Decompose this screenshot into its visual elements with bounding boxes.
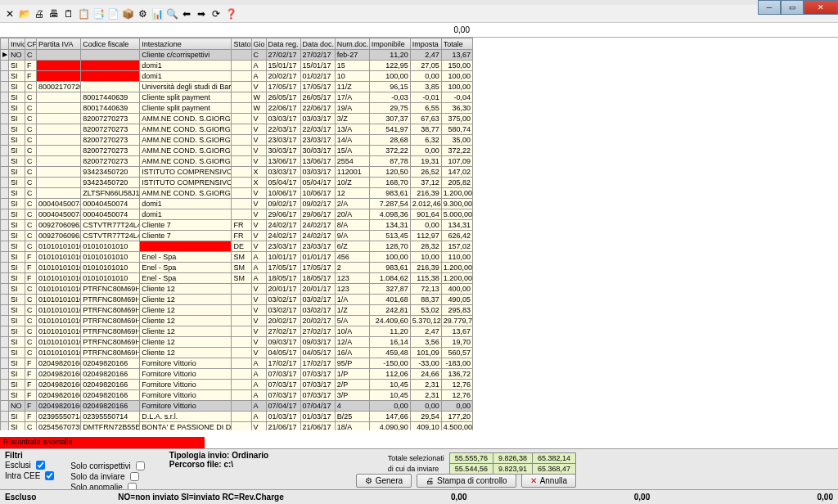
cell-fc[interactable]: PTRFNC80M69H2240: [81, 337, 140, 348]
cell-fc[interactable]: 01010101010: [81, 252, 140, 263]
cell-tax[interactable]: 115,38: [410, 273, 441, 284]
cell-fc[interactable]: PTRFNC80M69H2240: [81, 326, 140, 337]
cell-fc[interactable]: PTRFNC80M69H2240: [81, 305, 140, 316]
cell-tax[interactable]: 6,32: [410, 135, 441, 146]
cell-cf[interactable]: C: [25, 114, 37, 124]
cell-inv[interactable]: SI: [9, 326, 25, 337]
cell-fc[interactable]: 02049820166: [81, 369, 140, 380]
cell-inv[interactable]: SI: [9, 167, 25, 178]
cell-pi[interactable]: 80002170720: [37, 82, 81, 92]
cell-pi[interactable]: 02545670735: [37, 422, 81, 431]
cell-dr[interactable]: 15/01/17: [266, 61, 300, 71]
cell-tot[interactable]: 0,00: [441, 401, 472, 412]
cell-tot[interactable]: 12,76: [441, 390, 472, 401]
cell-nd[interactable]: 5/A: [335, 316, 369, 326]
cell-dd[interactable]: 01/02/17: [300, 71, 335, 82]
cell-int[interactable]: AMM.NE COND. S.GIORGIO vit: [140, 146, 232, 156]
cell-dr[interactable]: 22/06/17: [266, 103, 300, 114]
cell-dr[interactable]: 20/02/17: [266, 71, 300, 82]
row-indicator[interactable]: [1, 156, 9, 167]
col-header[interactable]: [1, 38, 9, 50]
cell-st[interactable]: [232, 295, 251, 305]
cell-st[interactable]: [232, 358, 251, 369]
row-indicator[interactable]: [1, 380, 9, 390]
cell-tax[interactable]: 19,31: [410, 156, 441, 167]
cell-dr[interactable]: 07/03/17: [266, 390, 300, 401]
cell-cf[interactable]: C: [25, 156, 37, 167]
cell-fc[interactable]: [81, 61, 140, 71]
row-indicator[interactable]: [1, 369, 9, 380]
cell-st[interactable]: [232, 316, 251, 326]
cell-cf[interactable]: C: [25, 103, 37, 114]
row-indicator[interactable]: [1, 114, 9, 124]
cell-imp[interactable]: -0,03: [369, 92, 410, 103]
cell-int[interactable]: Università degli studi di Bari: [140, 82, 232, 92]
cell-dd[interactable]: 22/06/17: [300, 103, 335, 114]
cell-inv[interactable]: SI: [9, 337, 25, 348]
row-indicator[interactable]: [1, 241, 9, 252]
cell-imp[interactable]: 10,45: [369, 390, 410, 401]
row-indicator[interactable]: [1, 326, 9, 337]
cell-tot[interactable]: 1.200,00: [441, 188, 472, 199]
cell-pi[interactable]: 02049820166: [37, 390, 81, 401]
cell-nd[interactable]: 4: [335, 401, 369, 412]
col-header[interactable]: Gio: [251, 38, 266, 50]
cell-int[interactable]: ISTITUTO COMPRENSIVO - S.D. SAVIO: [140, 167, 232, 178]
row-indicator[interactable]: [1, 412, 9, 422]
cell-pi[interactable]: [37, 167, 81, 178]
cell-dr[interactable]: 17/02/17: [266, 358, 300, 369]
cell-st[interactable]: [232, 92, 251, 103]
cell-inv[interactable]: SI: [9, 61, 25, 71]
cell-dd[interactable]: 10/06/17: [300, 188, 335, 199]
cell-cf[interactable]: C: [25, 348, 37, 358]
cell-pi[interactable]: 02049820166: [37, 401, 81, 412]
cell-g[interactable]: V: [251, 231, 266, 241]
cell-pi[interactable]: [37, 103, 81, 114]
cell-cf[interactable]: C: [25, 146, 37, 156]
cell-fc[interactable]: 01010101010: [81, 241, 140, 252]
cell-pi[interactable]: 01010101010: [37, 241, 81, 252]
cell-nd[interactable]: 14/A: [335, 135, 369, 146]
row-indicator[interactable]: [1, 124, 9, 135]
cell-pi[interactable]: 00040450074: [37, 199, 81, 209]
cell-g[interactable]: V: [251, 305, 266, 316]
cell-pi[interactable]: [37, 146, 81, 156]
row-indicator[interactable]: [1, 348, 9, 358]
cell-dd[interactable]: 01/01/17: [300, 252, 335, 263]
cell-g[interactable]: V: [251, 316, 266, 326]
cell-cf[interactable]: F: [25, 380, 37, 390]
cell-st[interactable]: SM: [232, 252, 251, 263]
cell-dd[interactable]: 23/03/17: [300, 135, 335, 146]
cell-imp[interactable]: 147,66: [369, 412, 410, 422]
cell-dr[interactable]: 18/05/17: [266, 273, 300, 284]
cell-inv[interactable]: SI: [9, 178, 25, 188]
cell-nd[interactable]: 15: [335, 61, 369, 71]
cell-nd[interactable]: 2: [335, 263, 369, 273]
cell-int[interactable]: Cliente 12: [140, 326, 232, 337]
cell-fc[interactable]: 80017440639: [81, 103, 140, 114]
cell-pi[interactable]: 01010101010: [37, 273, 81, 284]
cell-tot[interactable]: 134,31: [441, 220, 472, 231]
col-header[interactable]: Intestazione: [140, 38, 232, 50]
row-indicator[interactable]: [1, 316, 9, 326]
cell-cf[interactable]: F: [25, 369, 37, 380]
cell-tot[interactable]: 13,67: [441, 326, 472, 337]
cell-dr[interactable]: 20/02/17: [266, 316, 300, 326]
row-indicator[interactable]: [1, 135, 9, 146]
cell-fc[interactable]: [81, 82, 140, 92]
cell-fc[interactable]: 02049820166: [81, 358, 140, 369]
cell-imp[interactable]: 128,70: [369, 241, 410, 252]
cell-g[interactable]: A: [251, 273, 266, 284]
cell-inv[interactable]: SI: [9, 390, 25, 401]
cell-st[interactable]: [232, 199, 251, 209]
cell-tot[interactable]: 490,05: [441, 295, 472, 305]
cell-pi[interactable]: 00927060962: [37, 231, 81, 241]
cell-tot[interactable]: 372,22: [441, 146, 472, 156]
esclusi-checkbox[interactable]: [36, 461, 45, 470]
cell-pi[interactable]: [37, 124, 81, 135]
cell-dd[interactable]: 24/02/17: [300, 231, 335, 241]
cell-imp[interactable]: 11,20: [369, 50, 410, 61]
cell-inv[interactable]: SI: [9, 305, 25, 316]
cell-imp[interactable]: 401,68: [369, 295, 410, 305]
cell-dr[interactable]: 05/04/17: [266, 178, 300, 188]
